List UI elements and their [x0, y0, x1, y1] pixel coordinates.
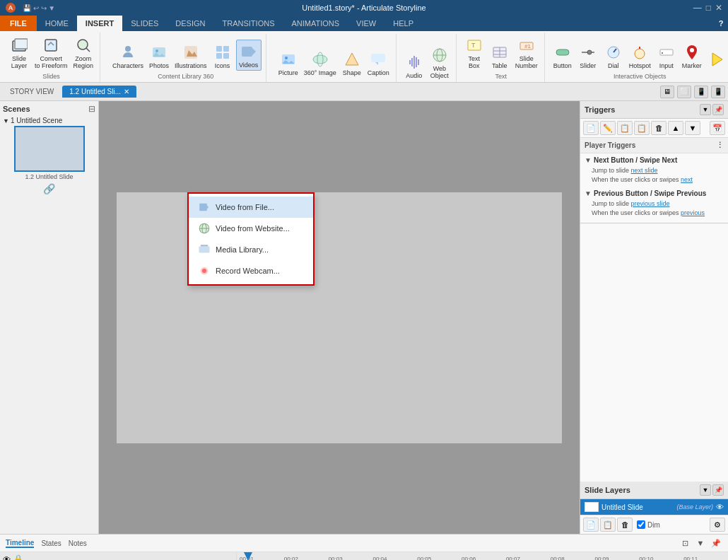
- ribbon-item-text-box[interactable]: T TextBox: [462, 34, 486, 71]
- tl-collapse-btn[interactable]: ▼: [694, 537, 707, 549]
- timeline-tab-states[interactable]: States: [41, 539, 61, 547]
- ribbon-item-button[interactable]: Button: [551, 41, 575, 71]
- layers-pin-btn[interactable]: 📌: [712, 484, 724, 496]
- ribbon-item-shape[interactable]: Shape: [340, 48, 364, 78]
- trigger-edit-btn[interactable]: ✏️: [600, 121, 616, 135]
- help-button[interactable]: ?: [714, 16, 728, 30]
- playhead-needle[interactable]: [247, 552, 249, 560]
- slide-canvas[interactable]: Video from File... Video from Website...…: [117, 192, 562, 443]
- layer-delete-btn[interactable]: 🗑: [617, 518, 633, 532]
- tab-animations[interactable]: ANIMATIONS: [283, 16, 348, 31]
- ribbon-item-action[interactable]: [705, 48, 728, 71]
- tab-design[interactable]: DESIGN: [167, 16, 213, 31]
- trigger-prev-arrow[interactable]: ▼: [585, 189, 592, 197]
- tab-slides[interactable]: SLIDES: [122, 16, 167, 31]
- ribbon-item-convert[interactable]: Convertto Freeform: [33, 34, 70, 71]
- ribbon-item-table[interactable]: Table: [488, 41, 512, 71]
- minimize-button[interactable]: —: [693, 3, 702, 13]
- tab-view[interactable]: VIEW: [348, 16, 384, 31]
- triggers-pin-btn[interactable]: 📌: [712, 104, 724, 115]
- layer-settings-btn[interactable]: ⚙: [710, 518, 725, 532]
- close-button[interactable]: ✕: [715, 3, 722, 13]
- ribbon-item-web-object[interactable]: WebObject: [428, 44, 452, 81]
- tab-story-view[interactable]: STORY VIEW: [3, 86, 61, 98]
- timeline-tab-notes[interactable]: Notes: [69, 539, 87, 547]
- menu-item-video-from-website[interactable]: Video from Website...: [189, 218, 313, 239]
- characters-label: Characters: [112, 62, 143, 69]
- timeline-tab-timeline[interactable]: Timeline: [6, 539, 34, 548]
- layer-add-btn[interactable]: 📄: [583, 518, 599, 532]
- dim-checkbox[interactable]: [637, 520, 645, 529]
- ribbon-item-slide-number[interactable]: #1 SlideNumber: [513, 34, 540, 71]
- ribbon-item-picture[interactable]: Picture: [276, 48, 300, 78]
- trigger-delete-btn[interactable]: 🗑: [651, 121, 667, 135]
- trigger-prev-action: Jump to slide: [592, 200, 629, 207]
- svg-rect-20: [371, 54, 385, 62]
- ribbon-item-dial[interactable]: Dial: [601, 41, 626, 71]
- ribbon-item-slider[interactable]: Slider: [576, 41, 600, 71]
- tab-transitions[interactable]: TRANSITIONS: [214, 16, 283, 31]
- trigger-paste-btn[interactable]: 📋: [634, 121, 650, 135]
- input-label: Input: [659, 62, 674, 69]
- layer-visibility-icon[interactable]: 👁: [716, 503, 724, 511]
- trigger-down-btn[interactable]: ▼: [685, 121, 700, 135]
- videos-label: Videos: [239, 62, 258, 69]
- ribbon-item-marker[interactable]: Marker: [680, 41, 704, 71]
- triggers-collapse-btn[interactable]: ▼: [700, 104, 711, 115]
- view-tabs-bar: STORY VIEW 1.2 Untitled Sli... ✕ 🖥 ⬜ 📱 📱: [0, 83, 728, 101]
- ribbon-item-caption[interactable]: Caption: [365, 48, 392, 78]
- ribbon-item-videos[interactable]: Videos: [236, 40, 262, 71]
- ribbon-item-hotspot[interactable]: Hotspot: [627, 41, 653, 71]
- ribbon-item-zoom[interactable]: ZoomRegion: [71, 34, 96, 71]
- layer-copy-btn[interactable]: 📋: [600, 518, 616, 532]
- trigger-new-btn[interactable]: 📄: [583, 121, 599, 135]
- menu-item-video-from-file[interactable]: Video from File...: [189, 197, 313, 218]
- trigger-next-target[interactable]: next slide: [631, 167, 658, 174]
- ribbon-item-slide-layer[interactable]: SlideLayer: [7, 34, 31, 71]
- tab-file[interactable]: FILE: [0, 16, 37, 31]
- text-items: T TextBox Table #1 SlideNumber: [462, 34, 540, 71]
- tl-eye-icon[interactable]: 👁: [3, 555, 11, 561]
- tl-pin-btn[interactable]: 📌: [710, 537, 722, 549]
- trigger-next-link[interactable]: next: [681, 176, 693, 183]
- slide-tab-close[interactable]: ✕: [124, 88, 129, 95]
- media-group-label: [331, 79, 336, 81]
- button-label: Button: [553, 62, 572, 69]
- tab-home[interactable]: HOME: [37, 16, 77, 31]
- ribbon-group-text: T TextBox Table #1 SlideNumber T: [458, 33, 545, 82]
- window-controls[interactable]: — □ ✕: [693, 3, 722, 13]
- maximize-button[interactable]: □: [706, 3, 711, 13]
- ribbon-item-illustrations[interactable]: Illustrations: [172, 41, 209, 71]
- view-ctrl-desktop[interactable]: 🖥: [660, 86, 674, 98]
- tab-help[interactable]: HELP: [384, 16, 422, 31]
- ribbon-item-input[interactable]: Input: [654, 41, 679, 71]
- menu-item-record-webcam[interactable]: Record Webcam...: [189, 260, 313, 281]
- scene-dropdown-icon[interactable]: ▼: [3, 117, 9, 124]
- tab-slide-view[interactable]: 1.2 Untitled Sli... ✕: [62, 86, 136, 98]
- ribbon-item-icons[interactable]: Icons: [211, 41, 235, 71]
- view-ctrl-tablet[interactable]: ⬜: [677, 86, 691, 98]
- trigger-prev-link[interactable]: previous: [681, 209, 705, 216]
- view-ctrl-phone[interactable]: 📱: [694, 86, 708, 98]
- player-triggers-collapse[interactable]: ⋮: [716, 141, 724, 150]
- ribbon-item-characters[interactable]: Characters: [110, 41, 146, 71]
- ribbon-item-audio[interactable]: Audio: [402, 51, 426, 81]
- base-layer-item[interactable]: Untitled Slide (Base Layer) 👁: [580, 499, 728, 515]
- scenes-collapse-button[interactable]: ⊟: [88, 104, 95, 114]
- ribbon-item-360-image[interactable]: 360° Image: [302, 48, 339, 78]
- tl-lock-icon[interactable]: 🔒: [13, 554, 23, 560]
- layers-collapse-btn[interactable]: ▼: [700, 484, 711, 496]
- ribbon-item-photos[interactable]: Photos: [147, 41, 171, 71]
- menu-item-media-library[interactable]: Media Library...: [189, 239, 313, 260]
- slides-group-label: Slides: [40, 72, 63, 81]
- trigger-copy-btn[interactable]: 📋: [617, 121, 633, 135]
- trigger-prev-condition: When the user clicks or swipes: [592, 209, 681, 216]
- trigger-up-btn[interactable]: ▲: [668, 121, 683, 135]
- trigger-prev-target[interactable]: previous slide: [631, 200, 670, 207]
- slide-thumbnail[interactable]: [14, 126, 85, 172]
- view-ctrl-mobile[interactable]: 📱: [711, 86, 725, 98]
- tab-insert[interactable]: INSERT: [77, 16, 122, 31]
- trigger-next-arrow[interactable]: ▼: [585, 156, 592, 164]
- tl-fit-btn[interactable]: ⊡: [679, 537, 691, 549]
- trigger-calendar-btn[interactable]: 📅: [710, 121, 725, 135]
